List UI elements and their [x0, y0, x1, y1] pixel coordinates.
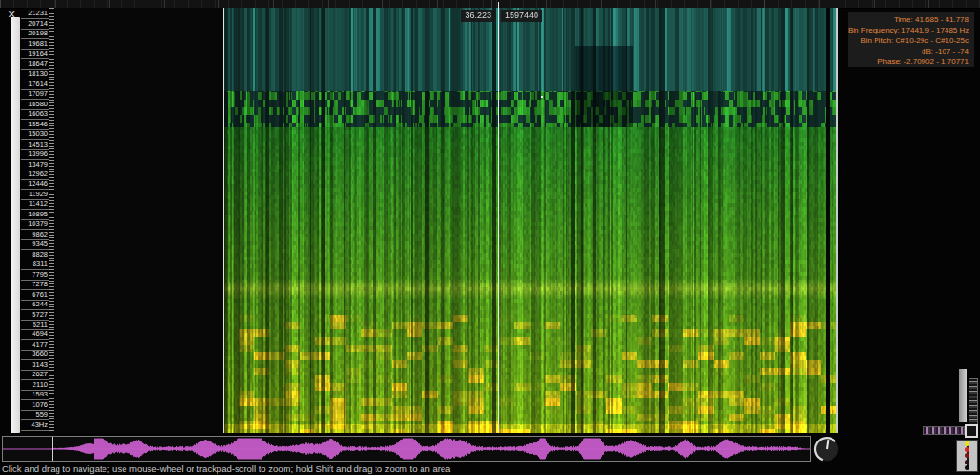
legend-dot	[965, 465, 969, 470]
vertical-zoom-track[interactable]	[959, 369, 967, 422]
horizontal-zoom-slider[interactable]	[923, 426, 965, 435]
freq-label: 16063	[21, 110, 49, 120]
freq-label: 4694	[21, 330, 49, 340]
freq-label: 43Hz	[21, 420, 49, 430]
spectrogram-canvas[interactable]	[55, 8, 838, 433]
freq-label: 6244	[21, 301, 49, 310]
freq-label: 11412	[21, 200, 49, 210]
freq-label: 8311	[21, 260, 49, 270]
freq-label: 17614	[21, 79, 49, 89]
status-bar: Click and drag to navigate; use mouse-wh…	[2, 464, 960, 475]
knob-icon	[813, 436, 840, 463]
freq-label: 6761	[21, 290, 49, 300]
freq-label: 14513	[21, 140, 49, 149]
waveform-overview[interactable]	[2, 436, 811, 462]
freq-label: 7278	[21, 281, 49, 290]
freq-label: 13996	[21, 150, 49, 160]
legend-dot	[965, 453, 969, 458]
freq-label: 19164	[21, 50, 49, 59]
waveform-canvas[interactable]	[3, 437, 810, 461]
freq-label: 12962	[21, 170, 49, 180]
freq-label: 1593	[21, 391, 49, 400]
frequency-tick-ruler	[49, 8, 54, 433]
freq-label: 10379	[21, 220, 49, 230]
freq-label: 4177	[21, 340, 49, 350]
freq-label: 2627	[21, 371, 49, 380]
cursor-time-label: 36.223	[461, 10, 495, 22]
freq-label: 2110	[21, 380, 49, 390]
spectrogram-app: ✕ 21231207142019819681191641864718130176…	[0, 0, 980, 475]
zoom-reset-box[interactable]	[965, 424, 978, 438]
freq-label: 20198	[21, 30, 49, 39]
playhead-cursor[interactable]	[498, 2, 499, 433]
freq-label: 15030	[21, 130, 49, 140]
frequency-axis: 2123120714201981968119164186471813017614…	[21, 10, 49, 431]
freq-label: 559	[21, 411, 49, 420]
freq-label: 5727	[21, 310, 49, 320]
freq-label: 20714	[21, 19, 49, 29]
legend-dot	[965, 447, 969, 452]
readout-row: Phase: -2.70902 - 1.70771	[848, 57, 969, 67]
freq-label: 15546	[21, 120, 49, 129]
freq-label: 10895	[21, 210, 49, 219]
freq-label: 12446	[21, 180, 49, 190]
cursor-sample-label: 1597440	[501, 10, 542, 22]
freq-label: 7795	[21, 270, 49, 280]
freq-label: 16580	[21, 100, 49, 109]
freq-label: 9345	[21, 240, 49, 250]
freq-label: 5211	[21, 321, 49, 330]
freq-label: 8828	[21, 250, 49, 260]
readout-row: Bin Pitch: C#10-29c - C#10-25c	[848, 35, 969, 46]
readout-row: Bin Frequency: 17441.9 - 17485 Hz	[848, 25, 969, 35]
freq-label: 18130	[21, 70, 49, 79]
freq-label: 17097	[21, 90, 49, 100]
frequency-scrollbar[interactable]	[11, 17, 20, 433]
freq-label: 11929	[21, 190, 49, 199]
zoom-knob[interactable]	[813, 436, 840, 463]
vertical-zoom-slider[interactable]	[969, 378, 978, 430]
freq-label: 13479	[21, 160, 49, 170]
freq-label: 1076	[21, 400, 49, 410]
legend-dot	[965, 460, 969, 464]
overview-start-marker[interactable]	[52, 437, 53, 461]
spectrogram-view[interactable]	[55, 8, 838, 433]
readout-row: dB: -107 - -74	[848, 46, 969, 57]
freq-label: 9862	[21, 230, 49, 239]
freq-label: 19681	[21, 39, 49, 49]
readout-panel: Time: 41.685 - 41.778Bin Frequency: 1744…	[848, 12, 974, 67]
legend-dot	[965, 441, 969, 446]
freq-label: 18647	[21, 59, 49, 69]
readout-row: Time: 41.685 - 41.778	[848, 14, 969, 25]
freq-label: 3143	[21, 360, 49, 370]
freq-label: 21231	[21, 10, 49, 19]
freq-label: 3660	[21, 351, 49, 360]
